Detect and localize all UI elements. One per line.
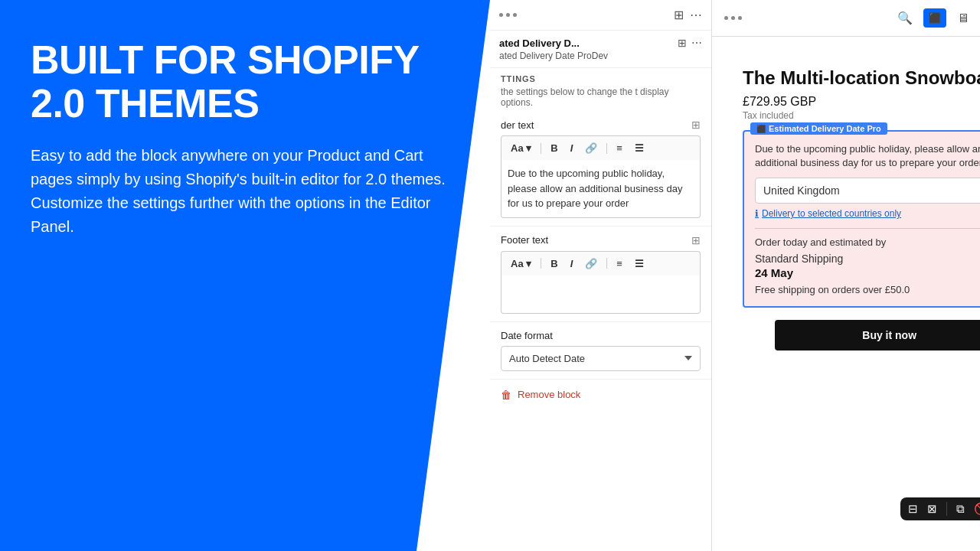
footer-sep-2 (606, 258, 607, 269)
product-tax: Tax included (743, 110, 980, 121)
dot-1 (499, 13, 503, 17)
footer-font-size-btn[interactable]: Aa ▾ (508, 256, 534, 271)
edd-shipping-name: Standard Shipping (755, 253, 980, 265)
footer-italic-btn[interactable]: I (567, 256, 577, 271)
ft-sep-1 (946, 502, 947, 516)
stack-icon-4: ⊞ (691, 234, 701, 246)
settings-label: TTINGS (501, 74, 701, 83)
settings-header: TTINGS the settings below to change the … (490, 68, 711, 111)
bold-btn[interactable]: B (547, 141, 560, 155)
monitor-icon[interactable]: 🖥 (957, 11, 969, 25)
editor-panel: ⊞ ⋯ ated Delivery D... ⊞ ⋯ ated Delivery… (490, 0, 712, 551)
header-text-label: der text ⊞ (501, 119, 701, 131)
footer-sep-1 (541, 258, 541, 269)
tab-subtitle: ated Delivery Date ProDev (499, 51, 702, 61)
product-title: The Multi-location Snowboarc (743, 67, 980, 89)
tab-title: ated Delivery D... (499, 37, 580, 49)
product-price: £729.95 GBP (743, 95, 980, 109)
editor-content: TTINGS the settings below to change the … (490, 68, 711, 551)
footer-list-btn[interactable]: ≡ (613, 256, 626, 271)
dot-3 (513, 13, 517, 17)
toolbar-sep-2 (606, 143, 607, 154)
edd-free-shipping: Free shipping on orders over £50.0 (755, 284, 980, 295)
date-format-section: Date format Auto Detect Date DD/MM/YYYY … (490, 322, 711, 380)
header-rich-toolbar: Aa ▾ B I 🔗 ≡ ☰ (501, 135, 701, 160)
ft-align-left-icon[interactable]: ⊟ (908, 502, 918, 516)
preview-dots (724, 16, 742, 20)
floating-toolbar: ⊟ ⊠ ⧉ 🚫 🗑 (900, 497, 980, 520)
dots-2[interactable]: ⋯ (691, 37, 702, 49)
ft-hide-icon[interactable]: 🚫 (974, 502, 980, 516)
settings-desc: the settings below to change the t displ… (501, 86, 701, 108)
ft-copy-icon[interactable]: ⧉ (956, 502, 965, 516)
edd-header-text: Due to the upcoming public holiday, plea… (755, 142, 980, 170)
edd-widget: ⬛ Estimated Delivery Date Pro Due to the… (743, 130, 980, 308)
info-icon: ℹ (755, 208, 759, 219)
link-btn[interactable]: 🔗 (582, 141, 600, 155)
dot-2 (506, 13, 510, 17)
date-format-select[interactable]: Auto Detect Date DD/MM/YYYY MM/DD/YYYY Y… (501, 346, 701, 371)
footer-bold-btn[interactable]: B (547, 256, 560, 271)
right-panel: ⊞ ⋯ ated Delivery D... ⊞ ⋯ ated Delivery… (490, 0, 980, 551)
footer-text-section: Footer text ⊞ Aa ▾ B I 🔗 ≡ ☰ (490, 227, 711, 322)
search-icon[interactable]: 🔍 (897, 11, 913, 25)
atc-area: Buy it now (743, 320, 980, 350)
list-btn[interactable]: ≡ (613, 141, 626, 155)
select-icon[interactable]: ⬛ (923, 8, 946, 28)
left-panel: BUILT FOR SHOPIFY 2.0 THEMES Easy to add… (0, 0, 490, 551)
footer-textarea[interactable] (501, 276, 701, 314)
toolbar-sep-1 (541, 143, 541, 154)
ft-align-right-icon[interactable]: ⊠ (927, 502, 937, 516)
stack-icon-2: ⊞ (678, 37, 687, 49)
main-description: Easy to add the block anywhere on your P… (31, 144, 459, 239)
edd-badge: ⬛ Estimated Delivery Date Pro (750, 122, 887, 135)
remove-block-button[interactable]: 🗑 Remove block (490, 380, 711, 410)
ordered-list-btn[interactable]: ☰ (632, 141, 647, 155)
trash-icon: 🗑 (501, 389, 511, 401)
preview-toolbar-right: 🔍 ⬛ 🖥 ↩ ↪ (897, 8, 980, 28)
remove-block-label: Remove block (518, 389, 580, 400)
italic-btn[interactable]: I (567, 141, 577, 155)
font-size-btn[interactable]: Aa ▾ (508, 141, 534, 155)
header-textarea[interactable]: Due to the upcoming public holiday, plea… (501, 160, 701, 218)
preview-content: The Multi-location Snowboarc £729.95 GBP… (727, 52, 980, 366)
stack-icon-3: ⊞ (691, 119, 701, 131)
preview-panel: 🔍 ⬛ 🖥 ↩ ↪ The Multi-location Snowboarc £… (712, 0, 980, 551)
stack-icon-top: ⊞ (674, 8, 684, 22)
header-text-section: der text ⊞ Aa ▾ B I 🔗 ≡ ☰ Due to the upc… (490, 111, 711, 227)
footer-rich-toolbar: Aa ▾ B I 🔗 ≡ ☰ (501, 251, 701, 276)
main-heading: BUILT FOR SHOPIFY 2.0 THEMES (31, 38, 459, 126)
edd-divider (755, 228, 980, 229)
edd-badge-icon: ⬛ (756, 125, 766, 133)
delivery-info-link[interactable]: ℹ Delivery to selected countries only (755, 208, 980, 219)
more-options-icon[interactable]: ⋯ (690, 8, 702, 22)
date-format-label: Date format (501, 330, 701, 341)
editor-tabs: ated Delivery D... ⊞ ⋯ ated Delivery Dat… (490, 31, 711, 68)
country-input[interactable] (755, 178, 980, 204)
dots-menu (499, 13, 517, 17)
footer-text-label: Footer text ⊞ (501, 234, 701, 246)
footer-link-btn[interactable]: 🔗 (582, 256, 600, 271)
buy-now-button[interactable]: Buy it now (775, 320, 980, 350)
edd-order-label: Order today and estimated by (755, 236, 980, 248)
editor-topbar: ⊞ ⋯ (490, 0, 711, 31)
edd-shipping-date: 24 May (755, 266, 980, 279)
footer-ordered-list-btn[interactable]: ☰ (632, 256, 647, 271)
preview-topbar: 🔍 ⬛ 🖥 ↩ ↪ (712, 0, 980, 37)
